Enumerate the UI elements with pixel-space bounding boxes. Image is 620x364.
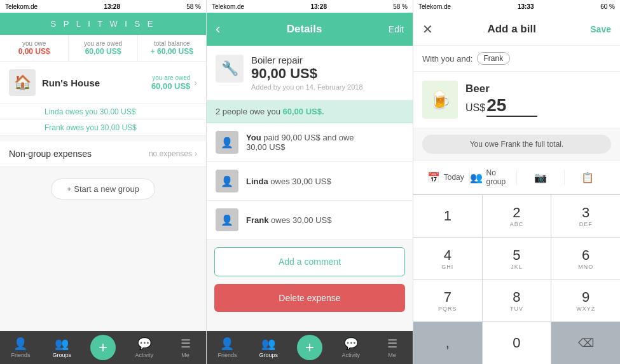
- you-are-owed-label: you are owed: [72, 40, 133, 47]
- numpad-9[interactable]: 9 WXYZ: [551, 280, 620, 322]
- numpad-letters-9: WXYZ: [576, 306, 595, 312]
- friends-icon: 👤: [13, 337, 27, 351]
- person-text-you: You paid 90,00 US$ and owe30,00 US$: [246, 133, 354, 152]
- avatar-frank: 👤: [216, 208, 238, 231]
- nav-groups-1[interactable]: 👥 Groups: [41, 331, 83, 364]
- person-text-frank: Frank owes 30,00 US$: [246, 215, 331, 225]
- no-expenses-text: no expenses: [149, 149, 192, 158]
- numpad-digit-3: 3: [582, 205, 589, 221]
- group-label: No group: [486, 168, 517, 186]
- nav-me-2[interactable]: ☰ Me: [371, 331, 413, 364]
- nav-friends-2[interactable]: 👤 Friends: [207, 331, 248, 364]
- groups-icon-2: 👥: [261, 337, 275, 351]
- numpad-comma[interactable]: ,: [413, 322, 482, 364]
- calendar-icon: 📅: [427, 172, 440, 184]
- group-meta[interactable]: 👥 No group: [470, 166, 517, 189]
- battery-1: 58 %: [186, 3, 201, 10]
- bill-amount-input[interactable]: [486, 95, 537, 117]
- note-icon: 📋: [581, 172, 594, 184]
- person-text-linda: Linda owes 30,00 US$: [246, 177, 331, 186]
- new-group-button[interactable]: + Start a new group: [51, 179, 155, 199]
- nav-friends-label-2: Friends: [217, 352, 237, 358]
- friend-linda-text: Linda owes you 30,00 US$: [45, 107, 135, 116]
- panel-details: Telekom.de 13:28 58 % ‹ Details Edit 🔧 B…: [207, 0, 413, 364]
- expense-info: 🔧 Boiler repair 90,00 US$ Added by you o…: [207, 46, 413, 100]
- group-owed-label: you are owed: [151, 74, 190, 81]
- group-item-runs-house[interactable]: 🏠 Run's House you are owed 60,00 US$ ›: [0, 62, 206, 104]
- time-2: 13:28: [310, 3, 327, 10]
- back-button[interactable]: ‹: [216, 21, 220, 37]
- camera-meta[interactable]: 📷: [517, 169, 564, 186]
- nav-activity-2[interactable]: 💬 Activity: [330, 331, 371, 364]
- numpad-5[interactable]: 5 JKL: [483, 238, 551, 280]
- status-bar-2: Telekom.de 13:28 58 %: [207, 0, 413, 13]
- numpad-2[interactable]: 2 ABC: [483, 195, 551, 237]
- you-owe-amount: 0,00 US$: [4, 47, 64, 56]
- non-group-row: Non-group expenses no expenses ›: [0, 141, 206, 167]
- numpad-0[interactable]: 0: [483, 322, 551, 364]
- nav-me-1[interactable]: ☰ Me: [165, 331, 206, 364]
- date-meta[interactable]: 📅 Today: [422, 169, 469, 186]
- numpad-4[interactable]: 4 GHI: [413, 238, 482, 280]
- friend-frank-text: Frank owes you 30,00 US$: [45, 123, 137, 132]
- numpad-1[interactable]: 1: [413, 195, 482, 237]
- group-meta-icon: 👥: [470, 172, 483, 184]
- note-meta[interactable]: 📋: [565, 169, 612, 186]
- no-expenses: no expenses ›: [149, 149, 197, 158]
- add-button-2[interactable]: +: [297, 335, 322, 360]
- expense-icon: 🔧: [216, 55, 244, 83]
- nav-friends-label-1: Friends: [11, 352, 30, 358]
- edit-button[interactable]: Edit: [389, 24, 404, 34]
- numpad-digit-7: 7: [444, 289, 451, 306]
- nav-activity-1[interactable]: 💬 Activity: [123, 331, 165, 364]
- numpad-7[interactable]: 7 PQRS: [413, 280, 482, 322]
- save-button[interactable]: Save: [590, 24, 611, 34]
- numpad-digit-6: 6: [582, 247, 589, 264]
- numpad-digit-2: 2: [513, 205, 520, 221]
- chevron-right-icon: ›: [194, 78, 197, 88]
- you-owe-cell: you owe 0,00 US$: [0, 35, 69, 61]
- expense-amount: 90,00 US$: [251, 65, 363, 82]
- numpad-backspace[interactable]: ⌫: [551, 322, 620, 364]
- battery-2: 58 %: [393, 3, 408, 10]
- frank-badge[interactable]: Frank: [477, 52, 511, 65]
- numpad-8[interactable]: 8 TUV: [483, 280, 551, 322]
- owed-banner-text: 2 people owe you: [216, 107, 280, 116]
- numpad-3[interactable]: 3 DEF: [551, 195, 620, 237]
- numpad-6[interactable]: 6 MNO: [551, 238, 620, 280]
- numpad-digit-8: 8: [513, 289, 520, 306]
- friend-linda: Linda owes you 30,00 US$: [0, 104, 206, 120]
- app-name: S P L I T W I S E: [50, 19, 155, 29]
- total-balance-cell: total balance + 60,00 US$: [138, 35, 206, 61]
- nav-me-label-2: Me: [388, 352, 396, 358]
- add-comment-button[interactable]: Add a comment: [214, 247, 405, 276]
- bill-right: Beer US$: [465, 83, 611, 117]
- delete-expense-button[interactable]: Delete expense: [214, 284, 405, 312]
- nav-friends-1[interactable]: 👤 Friends: [0, 331, 41, 364]
- bill-amount-row: US$: [465, 95, 611, 117]
- nav-groups-2[interactable]: 👥 Groups: [248, 331, 289, 364]
- you-are-owed-amount: 60,00 US$: [72, 47, 133, 56]
- owed-banner: 2 people owe you 60,00 US$.: [207, 100, 413, 123]
- nav-add-1[interactable]: +: [83, 331, 124, 364]
- carrier-3: Telekom.de: [418, 3, 451, 10]
- friends-icon-2: 👤: [220, 337, 234, 351]
- owed-amount: 60,00 US$.: [283, 107, 324, 116]
- group-right: you are owed 60,00 US$: [151, 74, 190, 91]
- nav-groups-label-2: Groups: [259, 352, 278, 358]
- numpad-letters-5: JKL: [511, 264, 523, 270]
- group-owed-amount: 60,00 US$: [151, 81, 190, 91]
- you-owe-label: you owe: [4, 40, 64, 47]
- battery-3: 60 %: [600, 3, 615, 10]
- nav-add-2[interactable]: +: [289, 331, 331, 364]
- status-bar-1: Telekom.de 13:28 58 %: [0, 0, 206, 13]
- numpad-letters-2: ABC: [510, 221, 524, 227]
- close-button[interactable]: ✕: [422, 22, 433, 37]
- add-button-1[interactable]: +: [90, 335, 116, 360]
- numpad-digit-9: 9: [582, 289, 589, 306]
- nav-groups-label-1: Groups: [52, 352, 71, 358]
- numpad-letters-7: PQRS: [438, 306, 457, 312]
- nav-me-label-1: Me: [181, 352, 189, 358]
- numpad: 1 2 ABC 3 DEF 4 GHI 5 JKL 6 MNO 7 PQRS 8…: [413, 194, 620, 364]
- bottom-nav-2: 👤 Friends 👥 Groups + 💬 Activity ☰ Me: [207, 331, 413, 364]
